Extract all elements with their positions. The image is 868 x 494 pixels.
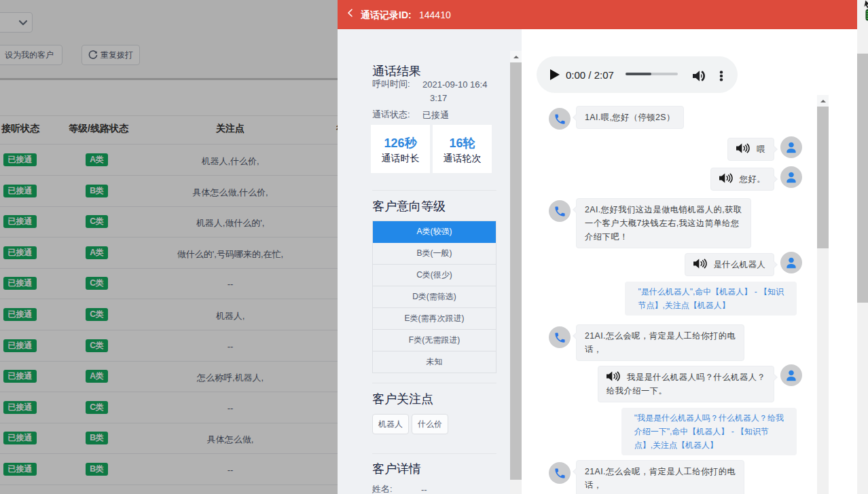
- ai-avatar: [549, 108, 571, 130]
- message-line: 21AI.怎么会呢，肯定是人工给你打的电: [585, 465, 736, 478]
- page-scrollbar[interactable]: [857, 0, 868, 494]
- message-bubble: 您好。: [710, 168, 774, 191]
- bubble-tail: [573, 332, 580, 339]
- intent-option[interactable]: E类(需再次跟进): [373, 308, 496, 330]
- hit-info: "我是是什么机器人吗？什么机器人？给我介绍一下",命中【机器人】 - 【知识节点…: [522, 408, 809, 455]
- bubble-tail: [573, 468, 580, 475]
- message-line: 给我介绍一下。: [607, 384, 765, 398]
- scroll-up-button[interactable]: [510, 51, 522, 62]
- call-time-value: 2021-09-10 16:43:17: [422, 78, 492, 105]
- message-line: 话，: [585, 343, 736, 356]
- message-customer: 我是是什么机器人吗？什么机器人？给我介绍一下。: [522, 366, 809, 402]
- call-record-drawer: 通话记录ID: 144410 通话结果 呼叫时间: 2021-09-10 16:…: [338, 0, 857, 494]
- message-ai: 2AI.您好我们这边是做电销机器人的,获取一个客户大概7块钱左右,我这边简单给您…: [522, 198, 809, 248]
- intent-option[interactable]: B类(一般): [373, 243, 496, 265]
- scrollbar-thumb[interactable]: [817, 107, 829, 248]
- message-bubble: 21AI.怎么会呢，肯定是人工给你打的电话，: [576, 460, 744, 494]
- audio-time: 0:00 / 2:07: [566, 69, 614, 81]
- drawer-title: 通话记录ID:: [361, 10, 412, 22]
- bubble-tail: [573, 206, 580, 213]
- customer-avatar: [780, 364, 802, 386]
- intent-option[interactable]: C类(很少): [373, 265, 496, 286]
- section-title-intent: 客户意向等级: [372, 198, 446, 214]
- stat-rounds-label: 通话轮次: [433, 153, 492, 165]
- bubble-tail: [770, 261, 777, 268]
- back-icon[interactable]: [347, 9, 353, 17]
- message-line: 2AI.您好我们这边是做电销机器人的,获取: [585, 203, 742, 216]
- phone-icon: [554, 467, 566, 480]
- phone-icon: [554, 205, 566, 218]
- audio-seekbar[interactable]: [626, 73, 678, 75]
- message-line: 1AI.喂,您好（停顿2S）: [585, 111, 675, 124]
- hit-info-line: 介绍一下",命中【机器人】 - 【知识节: [634, 425, 784, 438]
- call-status-value: 已接通: [422, 109, 492, 122]
- drawer-header: 通话记录ID: 144410: [338, 0, 857, 29]
- message-customer: 是什么机器人: [522, 253, 809, 276]
- speaker-icon[interactable]: [607, 371, 621, 381]
- speaker-icon[interactable]: [736, 143, 751, 153]
- message-line: 您好。: [719, 172, 765, 186]
- bubble-tail: [770, 175, 777, 183]
- message-line: 我是是什么机器人吗？什么机器人？: [607, 370, 765, 384]
- ai-avatar: [549, 326, 571, 348]
- speaker-icon[interactable]: [693, 259, 708, 269]
- section-title-detail: 客户详情: [372, 461, 421, 477]
- ai-avatar: [549, 200, 571, 222]
- intent-option[interactable]: F类(无需跟进): [373, 330, 496, 352]
- volume-icon[interactable]: [691, 68, 706, 84]
- customer-name-value: --: [421, 483, 490, 494]
- message-bubble: 我是是什么机器人吗？什么机器人？给我介绍一下。: [598, 366, 774, 402]
- phone-icon: [554, 113, 566, 126]
- customer-avatar: [780, 166, 802, 188]
- stat-card-duration: 126秒 通话时长: [371, 125, 430, 173]
- chat-message-list: 1AI.喂,您好（停顿2S）喂您好。2AI.您好我们这边是做电销机器人的,获取一…: [522, 95, 809, 494]
- page-scrollbar-thumb[interactable]: [857, 54, 868, 303]
- message-line: 是什么机器人: [693, 258, 765, 271]
- customer-name-label: 姓名:: [372, 483, 393, 494]
- divider: [372, 383, 496, 383]
- person-icon: [784, 368, 799, 383]
- call-summary-panel: 通话结果 呼叫时间: 2021-09-10 16:43:17 通话状态: 已接通…: [338, 29, 522, 494]
- scroll-up-button[interactable]: [817, 95, 829, 107]
- person-icon: [784, 255, 799, 270]
- play-icon[interactable]: [550, 69, 560, 80]
- scrollbar-thumb[interactable]: [510, 62, 522, 480]
- intent-option[interactable]: D类(需筛选): [373, 286, 496, 308]
- record-id: 144410: [419, 10, 451, 20]
- call-time-label: 呼叫时间:: [372, 78, 410, 90]
- message-line: 21AI.怎么会呢，肯定是人工给你打的电: [585, 329, 736, 343]
- hit-info-line: 节点】,关注点【机器人】: [638, 299, 784, 312]
- summary-scrollbar[interactable]: [510, 51, 522, 494]
- message-ai: 21AI.怎么会呢，肯定是人工给你打的电话，: [522, 460, 809, 494]
- audio-player[interactable]: 0:00 / 2:07: [537, 56, 738, 93]
- intent-option[interactable]: A类(较强): [373, 221, 496, 243]
- message-ai: 1AI.喂,您好（停顿2S）: [522, 106, 809, 129]
- message-ai: 21AI.怎么会呢，肯定是人工给你打的电话，: [522, 324, 809, 361]
- message-line: 一个客户大概7块钱左右,我这边简单给您: [585, 216, 742, 230]
- intent-level-list: A类(较强)B类(一般)C类(很少)D类(需筛选)E类(需再次跟进)F类(无需跟…: [372, 221, 496, 373]
- overflow-menu-icon[interactable]: [719, 71, 723, 81]
- divider: [372, 453, 496, 454]
- stat-duration-value: 126秒: [371, 135, 430, 151]
- section-title-call-result: 通话结果: [372, 63, 421, 79]
- intent-option[interactable]: 未知: [373, 352, 496, 373]
- customer-avatar: [780, 252, 802, 273]
- hit-info-box: "是什么机器人",命中【机器人】 - 【知识节点】,关注点【机器人】: [625, 282, 797, 316]
- audio-seekbar-played: [626, 73, 651, 75]
- stat-rounds-value: 16轮: [433, 135, 492, 151]
- hit-info: "是什么机器人",命中【机器人】 - 【知识节点】,关注点【机器人】: [522, 282, 809, 316]
- bubble-tail: [770, 373, 777, 381]
- bubble-tail: [573, 113, 580, 121]
- person-icon: [784, 170, 799, 185]
- section-title-focus: 客户关注点: [372, 391, 433, 407]
- phone-icon: [554, 331, 566, 344]
- call-status-label: 通话状态:: [372, 109, 410, 121]
- message-line: 介绍下吧！: [585, 230, 742, 244]
- speaker-icon[interactable]: [719, 173, 734, 183]
- chat-scrollbar[interactable]: [817, 95, 829, 494]
- message-bubble: 喂: [727, 138, 774, 161]
- chat-panel: 0:00 / 2:07 1AI.喂,您好（停顿2S）喂您好。2AI.您好我们这边…: [522, 29, 857, 494]
- hit-info-line: 点】,关注点【机器人】: [634, 438, 784, 452]
- stat-card-rounds: 16轮 通话轮次: [433, 125, 492, 173]
- message-bubble: 21AI.怎么会呢，肯定是人工给你打的电话，: [576, 324, 744, 361]
